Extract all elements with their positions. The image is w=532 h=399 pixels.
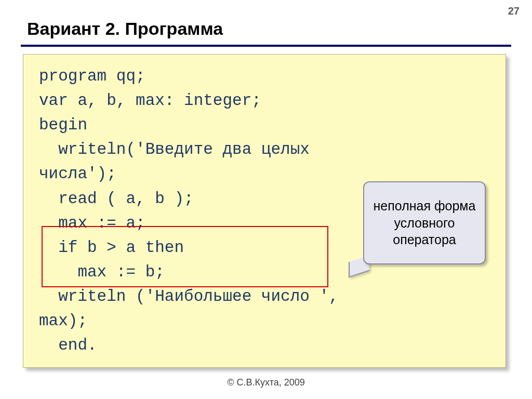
callout-text: неполная форма условного оператора [366, 197, 483, 248]
footer-copyright: © С.В.Кухта, 2009 [0, 377, 532, 388]
page-number: 27 [508, 5, 520, 17]
callout-bubble: неполная форма условного оператора [363, 181, 486, 264]
slide: 27 Вариант 2. Программа program qq; var … [0, 0, 532, 399]
highlight-frame [42, 226, 328, 287]
title-divider [21, 45, 511, 47]
slide-title: Вариант 2. Программа [27, 19, 223, 39]
